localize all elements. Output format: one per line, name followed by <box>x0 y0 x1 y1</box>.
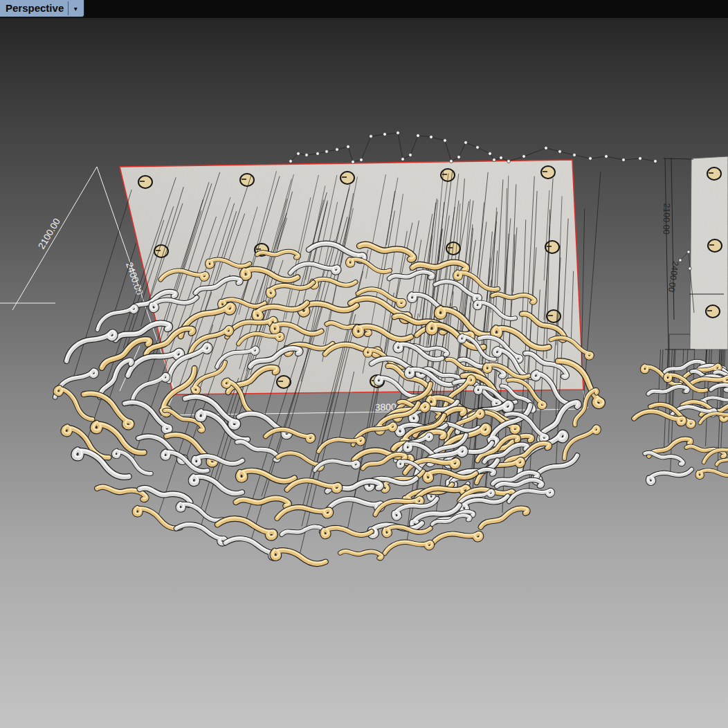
control-point[interactable] <box>605 155 608 158</box>
viewport-tab-label: Perspective <box>0 2 68 15</box>
ribbon-element[interactable] <box>428 527 482 548</box>
control-point[interactable] <box>401 158 405 161</box>
ribbon-element[interactable] <box>322 527 372 538</box>
control-point[interactable] <box>383 133 387 136</box>
control-point[interactable] <box>464 141 468 145</box>
control-point[interactable] <box>417 134 420 138</box>
control-point[interactable] <box>639 157 642 161</box>
control-point[interactable] <box>297 152 300 156</box>
control-point[interactable] <box>500 156 503 160</box>
ribbon-element[interactable] <box>62 423 111 463</box>
dim-label-height: 2100.00 <box>36 217 62 251</box>
ribbon-element[interactable] <box>340 548 382 558</box>
viewport-topbar: Perspective ▾ <box>0 0 728 18</box>
ribbon-element[interactable] <box>648 385 688 396</box>
control-point[interactable] <box>370 135 373 138</box>
control-point[interactable] <box>360 158 363 162</box>
control-point[interactable] <box>654 160 657 163</box>
ribbon-element[interactable] <box>193 455 242 467</box>
control-point[interactable] <box>522 155 526 158</box>
ribbon-element[interactable] <box>383 537 433 555</box>
chevron-down-icon[interactable]: ▾ <box>68 1 82 15</box>
ribbon-element[interactable] <box>55 384 95 424</box>
control-point[interactable] <box>397 131 400 135</box>
control-point[interactable] <box>589 157 592 161</box>
right-view[interactable] <box>634 156 728 484</box>
ribbon-element[interactable] <box>384 525 430 536</box>
control-point[interactable] <box>352 161 355 164</box>
ribbon-element[interactable] <box>238 468 295 485</box>
control-point[interactable] <box>558 150 562 154</box>
ribbon-element[interactable] <box>236 495 289 506</box>
mount-disc <box>541 166 555 179</box>
ribbon-element[interactable] <box>479 504 529 529</box>
control-point[interactable] <box>573 154 576 157</box>
control-point-polyline[interactable] <box>289 131 657 164</box>
ribbon-element[interactable] <box>698 469 728 477</box>
mount-disc <box>707 167 721 180</box>
viewport-background[interactable]: 2100.002400.003800.002100.002400.00 <box>0 18 728 728</box>
control-point[interactable] <box>457 156 461 159</box>
control-point[interactable] <box>679 259 682 262</box>
control-point[interactable] <box>545 147 548 150</box>
ribbon-element[interactable] <box>62 325 117 362</box>
application-window: Perspective ▾ 2100.002400.003800.002100.… <box>0 0 728 728</box>
mount-disc <box>340 172 354 184</box>
ribbon-element[interactable] <box>328 498 383 511</box>
mount-disc <box>138 176 152 188</box>
control-point[interactable] <box>336 148 339 152</box>
control-point[interactable] <box>325 150 329 154</box>
control-point[interactable] <box>687 251 690 253</box>
ribbon-element[interactable] <box>287 479 340 491</box>
control-point[interactable] <box>316 152 320 156</box>
ribbon-element[interactable] <box>281 525 324 536</box>
ribbon-element[interactable] <box>127 370 169 404</box>
mount-disc <box>545 241 559 253</box>
control-point[interactable] <box>507 160 511 163</box>
control-point[interactable] <box>444 139 447 143</box>
ribbon-swirl-right[interactable] <box>634 358 728 484</box>
control-point[interactable] <box>305 154 309 157</box>
ribbon-element[interactable] <box>272 547 327 569</box>
mount-disc <box>706 305 720 318</box>
viewport-tab[interactable]: Perspective ▾ <box>0 0 84 17</box>
control-point[interactable] <box>347 145 350 149</box>
mount-disc <box>277 376 291 388</box>
mount-disc <box>154 245 168 257</box>
control-point[interactable] <box>430 136 433 139</box>
mount-disc <box>240 174 254 186</box>
control-point[interactable] <box>493 158 496 162</box>
control-point[interactable] <box>409 154 412 157</box>
control-point[interactable] <box>289 160 293 163</box>
viewport-canvas[interactable]: 2100.002400.003800.002100.002400.00 <box>0 18 728 728</box>
control-point[interactable] <box>622 158 626 162</box>
ribbon-element[interactable] <box>647 466 693 484</box>
control-point[interactable] <box>489 152 492 156</box>
control-point[interactable] <box>689 267 691 270</box>
control-point[interactable] <box>450 160 453 163</box>
control-point[interactable] <box>476 146 480 149</box>
ribbon-element[interactable] <box>83 385 136 428</box>
mount-disc <box>708 239 722 252</box>
